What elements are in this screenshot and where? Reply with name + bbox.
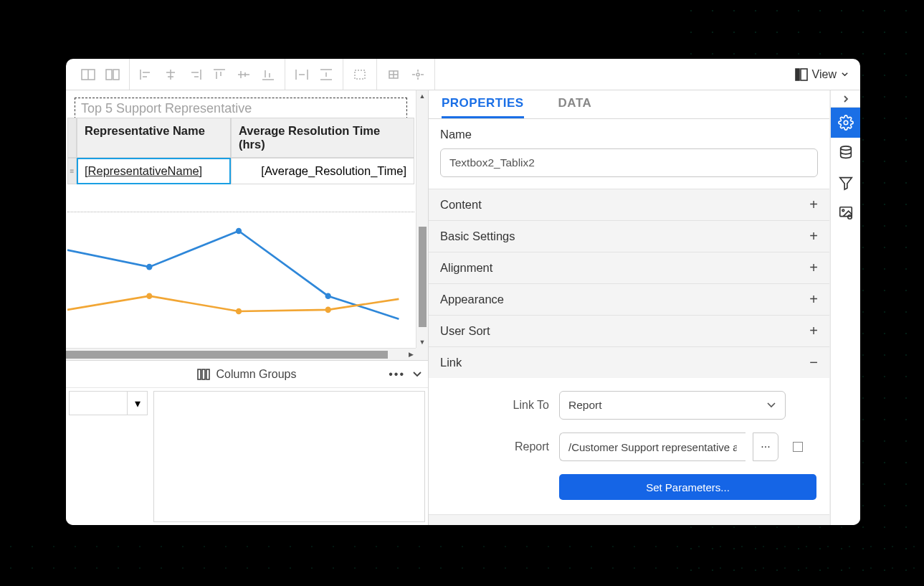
size-to-grid-icon[interactable] — [348, 62, 372, 87]
v-scrollbar[interactable]: ▲ ▼ — [416, 90, 428, 348]
svg-point-53 — [847, 215, 852, 219]
align-center-h-icon[interactable] — [158, 62, 183, 87]
image-manager-rail-button[interactable] — [831, 198, 861, 228]
filter-icon — [838, 175, 854, 191]
section-alignment[interactable]: Alignment+ — [429, 252, 829, 283]
section-basic-settings[interactable]: Basic Settings+ — [429, 221, 829, 252]
svg-point-49 — [840, 146, 851, 151]
name-label: Name — [440, 128, 818, 141]
svg-rect-47 — [206, 369, 209, 379]
svg-point-43 — [236, 308, 242, 315]
svg-rect-46 — [202, 369, 205, 379]
report-checkbox[interactable] — [793, 442, 803, 452]
name-input[interactable] — [440, 148, 818, 177]
svg-rect-38 — [801, 69, 807, 80]
right-icon-rail — [830, 90, 860, 525]
split-cells-icon[interactable] — [100, 62, 125, 87]
tab-properties[interactable]: PROPERTIES — [442, 90, 524, 118]
image-settings-icon — [838, 205, 854, 221]
merge-cells-icon[interactable] — [76, 62, 100, 87]
link-to-select[interactable]: Report — [559, 391, 786, 420]
align-bottom-icon[interactable] — [256, 62, 280, 87]
svg-point-39 — [146, 264, 152, 270]
h-scrollbar[interactable]: ▶ — [66, 348, 416, 360]
align-left-icon[interactable] — [134, 62, 158, 87]
columns-icon — [197, 368, 210, 381]
svg-point-40 — [236, 228, 242, 235]
svg-point-32 — [416, 73, 419, 76]
data-rail-button[interactable] — [831, 138, 861, 168]
distribute-v-icon[interactable] — [314, 62, 338, 87]
svg-marker-50 — [839, 178, 852, 189]
groups-panel: Column Groups ••• ▾ — [66, 360, 428, 525]
gear-icon — [838, 115, 854, 131]
svg-rect-37 — [796, 69, 799, 80]
chevron-down-icon[interactable] — [412, 369, 422, 379]
report-label: Report — [442, 440, 549, 453]
cell-rep-name[interactable]: [[RepresentativeName]RepresentativeName] — [77, 158, 231, 184]
svg-point-48 — [844, 120, 848, 125]
svg-rect-45 — [198, 369, 201, 379]
svg-point-42 — [146, 293, 152, 299]
section-link[interactable]: Link− — [429, 347, 829, 378]
properties-rail-button[interactable] — [831, 108, 861, 138]
design-canvas[interactable]: Top 5 Support Representative Representat… — [66, 90, 428, 360]
snap-grid-icon[interactable] — [406, 62, 430, 87]
section-content[interactable]: Content+ — [429, 189, 829, 220]
cell-avg-time[interactable]: [Average_Resolution_Time] — [231, 158, 414, 184]
col-header-avg-time[interactable]: Average Resolution Time (hrs) — [231, 118, 414, 158]
tab-data[interactable]: DATA — [558, 90, 592, 118]
same-size-icon[interactable] — [381, 62, 406, 87]
groups-header: Column Groups ••• — [66, 361, 428, 388]
svg-point-52 — [842, 209, 844, 212]
svg-rect-28 — [355, 70, 365, 79]
database-icon — [838, 145, 854, 161]
report-title-placeholder[interactable]: Top 5 Support Representative — [75, 98, 407, 119]
properties-pane: PROPERTIES DATA Name Content+ Basic Sett… — [429, 90, 830, 525]
view-label: View — [812, 68, 837, 81]
col-header-rep-name[interactable]: Representative Name — [77, 118, 231, 158]
design-canvas-pane: Top 5 Support Representative Representat… — [66, 90, 429, 525]
row-group-item[interactable]: ▾ — [69, 391, 148, 415]
section-position[interactable]: Position+ — [429, 515, 829, 525]
app-frame: View Top 5 Support Representative Repres… — [66, 59, 860, 525]
row-handle[interactable]: ≡ — [67, 158, 77, 184]
section-appearance[interactable]: Appearance+ — [429, 284, 829, 315]
align-middle-v-icon[interactable] — [232, 62, 256, 87]
more-icon[interactable]: ••• — [389, 368, 405, 381]
parameters-rail-button[interactable] — [831, 168, 861, 198]
collapse-panel-button[interactable] — [831, 90, 860, 108]
column-group-area[interactable] — [153, 391, 425, 522]
browse-report-button[interactable]: ··· — [753, 433, 778, 461]
svg-rect-3 — [113, 70, 119, 80]
view-menu-button[interactable]: View — [789, 62, 854, 87]
svg-rect-2 — [106, 70, 112, 80]
toolbar: View — [66, 59, 860, 90]
distribute-h-icon[interactable] — [290, 62, 314, 87]
align-top-icon[interactable] — [207, 62, 232, 87]
dropdown-icon[interactable]: ▾ — [127, 392, 147, 415]
svg-point-41 — [325, 293, 331, 299]
set-parameters-button[interactable]: Set Parameters... — [559, 474, 816, 500]
report-path-input[interactable] — [559, 433, 746, 461]
chevron-down-icon — [766, 400, 776, 410]
groups-header-label: Column Groups — [216, 368, 296, 381]
tablix: Representative Name Average Resolution T… — [67, 118, 414, 184]
row-handle[interactable] — [67, 118, 77, 158]
chart-placeholder[interactable] — [67, 219, 414, 334]
align-right-icon[interactable] — [183, 62, 207, 87]
main-area: Top 5 Support Representative Representat… — [66, 90, 860, 525]
section-user-sort[interactable]: User Sort+ — [429, 316, 829, 346]
svg-point-44 — [325, 307, 331, 313]
link-to-label: Link To — [442, 399, 549, 412]
